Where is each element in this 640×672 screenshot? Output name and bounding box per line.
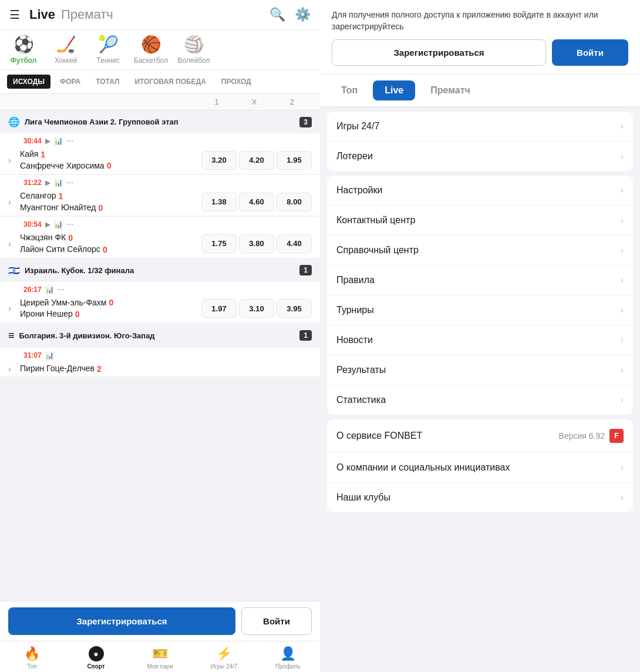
chevron-zhejian[interactable]: › — [8, 239, 20, 248]
sport-item-tennis[interactable]: 🎾 Теннис — [92, 35, 124, 65]
volleyball-label: Волейбол — [177, 56, 210, 65]
chevron-settings: › — [621, 185, 624, 196]
filter-icon[interactable]: ⚙️ — [295, 7, 311, 22]
match-odds-selangor: 1.38 4.60 8.00 — [201, 193, 312, 211]
sport-item-football[interactable]: ⚽ Футбол — [7, 35, 40, 65]
hamburger-icon[interactable]: ☰ — [9, 8, 20, 22]
nav-item-sport[interactable]: ● Спорт — [64, 646, 128, 670]
odd-1-kaya[interactable]: 3.20 — [201, 151, 237, 170]
odd-2-zhejian[interactable]: 4.40 — [277, 234, 312, 253]
odd-x-kaya[interactable]: 4.20 — [239, 151, 274, 170]
header-title: Live Прематч — [29, 7, 270, 22]
odd-2-israel[interactable]: 3.95 — [277, 299, 312, 318]
menu-item-label-results: Результаты — [336, 365, 621, 375]
header-live-label: Live — [29, 7, 55, 22]
team-name-zhejian: Чжэцзян ФК — [20, 232, 66, 244]
menu-item-version: Версия 6.92 — [559, 431, 605, 441]
menu-section-mid: Настройки › Контактный центр › Справочны… — [327, 176, 633, 415]
odd-x-zhejian[interactable]: 3.80 — [239, 234, 274, 253]
sport-item-basketball[interactable]: 🏀 Баскетбол — [134, 35, 168, 65]
match-time-1: 30:44 — [23, 137, 42, 145]
header: ☰ Live Прематч 🔍 ⚙️ — [0, 0, 320, 30]
odd-1-zhejian[interactable]: 1.75 — [201, 234, 237, 253]
hockey-icon: 🏒 — [56, 35, 76, 54]
right-tab-top[interactable]: Топ — [329, 80, 369, 100]
chevron-news: › — [621, 335, 624, 345]
video-icon-1: ▶ — [45, 137, 50, 145]
chevron-lotteries: › — [621, 151, 624, 162]
filter-tab-total[interactable]: ТОТАЛ — [90, 75, 125, 89]
menu-item-label-statistics: Статистика — [336, 395, 621, 405]
odd-x-israel[interactable]: 3.10 — [239, 299, 274, 318]
nav-label-myparis: Мои пари — [147, 663, 173, 670]
match-teams-selangor: Селангор 1 Муангтонг Юнайтед 0 — [20, 190, 201, 213]
more-icon-3: ⋯ — [66, 220, 73, 229]
menu-item-rules[interactable]: Правила › — [327, 266, 633, 295]
menu-item-help[interactable]: Справочный центр › — [327, 236, 633, 266]
col-2: 2 — [273, 98, 311, 106]
nav-label-sport: Спорт — [87, 663, 105, 670]
login-button[interactable]: Войти — [241, 607, 312, 635]
filter-tab-iskhody[interactable]: ИСХОДЫ — [7, 75, 50, 89]
chevron-kaya[interactable]: › — [8, 156, 20, 165]
sport-item-volleyball[interactable]: 🏐 Волейбол — [177, 35, 210, 65]
team-score-tseirey: 0 — [109, 298, 113, 307]
chevron-rules: › — [621, 275, 624, 285]
nav-item-profile[interactable]: 👤 Профиль — [256, 646, 320, 670]
banner-login-button[interactable]: Войти — [552, 39, 628, 66]
odd-x-selangor[interactable]: 4.60 — [239, 193, 274, 211]
nav-item-myparis[interactable]: 🎫 Мои пари — [128, 646, 192, 670]
odd-1-israel[interactable]: 1.97 — [201, 299, 237, 318]
odd-1-selangor[interactable]: 1.38 — [201, 193, 237, 211]
search-icon[interactable]: 🔍 — [270, 7, 285, 22]
right-tab-live[interactable]: Live — [373, 80, 415, 100]
basketball-icon: 🏀 — [141, 35, 161, 54]
menu-item-games247[interactable]: Игры 24/7 › — [327, 112, 633, 142]
nav-icon-games247: ⚡ — [216, 646, 232, 661]
menu-item-label-rules: Правила — [336, 275, 621, 285]
team-score-kaya: 1 — [41, 150, 45, 159]
banner-register-button[interactable]: Зарегистрироваться — [332, 39, 546, 66]
league-header-israel: 🇮🇱 Израиль. Кубок. 1/32 финала 1 — [0, 259, 320, 282]
menu-item-company[interactable]: О компании и социальных инициативах › — [327, 453, 633, 483]
chevron-israel[interactable]: › — [8, 304, 20, 313]
menu-item-lotteries[interactable]: Лотереи › — [327, 142, 633, 171]
menu-item-news[interactable]: Новости › — [327, 325, 633, 355]
menu-item-settings[interactable]: Настройки › — [327, 176, 633, 206]
chevron-company: › — [621, 462, 624, 473]
menu-item-contact[interactable]: Контактный центр › — [327, 206, 633, 236]
filter-tab-prokhod[interactable]: ПРОХОД — [215, 75, 257, 89]
matches-list: 🌐 Лига Чемпионов Азии 2. Групповой этап … — [0, 110, 320, 601]
match-time-row-israel: 26:17 📊 ⋯ — [0, 282, 320, 295]
sport-item-hockey[interactable]: 🏒 Хоккей — [49, 35, 82, 65]
filter-tab-itogovaya[interactable]: ИТОГОВАЯ ПОБЕДА — [129, 75, 211, 89]
right-tab-prematch[interactable]: Прематч — [419, 80, 482, 100]
match-group-zhejian: 30:54 ▶ 📊 ⋯ › Чжэцзян ФК 0 Лайон Сити Се… — [0, 217, 320, 257]
league-header-asia: 🌐 Лига Чемпионов Азии 2. Групповой этап … — [0, 110, 320, 133]
nav-icon-profile: 👤 — [280, 646, 296, 661]
menu-item-tournaments[interactable]: Турниры › — [327, 295, 633, 325]
match-group-israel: 26:17 📊 ⋯ › Цеирей Умм-эль-Фахм 0 Ирони … — [0, 282, 320, 322]
filter-tab-fora[interactable]: ФОРА — [54, 75, 86, 89]
match-time-israel: 26:17 — [23, 285, 42, 294]
chevron-contact: › — [621, 215, 624, 226]
menu-item-results[interactable]: Результаты › — [327, 355, 633, 385]
bottom-nav: 🔥 Топ ● Спорт 🎫 Мои пари ⚡ Игры 24/7 👤 П… — [0, 641, 320, 672]
menu-item-about-fonbet[interactable]: О сервисе FONBET Версия 6.92 F — [327, 419, 633, 453]
stats-icon-bulgaria: 📊 — [45, 351, 54, 359]
match-row-israel: › Цеирей Умм-эль-Фахм 0 Ирони Нешер 0 1.… — [0, 295, 320, 322]
register-button[interactable]: Зарегистрироваться — [8, 607, 235, 635]
menu-item-statistics[interactable]: Статистика › — [327, 385, 633, 415]
nav-item-top[interactable]: 🔥 Топ — [0, 646, 64, 670]
nav-item-games247[interactable]: ⚡ Игры 24/7 — [192, 646, 256, 670]
match-time-2: 31:22 — [23, 179, 42, 187]
match-time-row-1: 30:44 ▶ 📊 ⋯ — [0, 133, 320, 146]
odd-2-kaya[interactable]: 1.95 — [277, 151, 312, 170]
chevron-selangor[interactable]: › — [8, 197, 20, 207]
odd-2-selangor[interactable]: 8.00 — [277, 193, 312, 211]
nav-icon-top: 🔥 — [24, 646, 40, 661]
sports-nav: ⚽ Футбол 🏒 Хоккей 🎾 Теннис 🏀 Баскетбол 🏐… — [0, 30, 320, 70]
match-group-kaya: 30:44 ▶ 📊 ⋯ › Кайя 1 Санфречче Хиросима … — [0, 133, 320, 174]
chevron-bulgaria[interactable]: › — [8, 364, 20, 374]
menu-item-clubs[interactable]: Наши клубы › — [327, 483, 633, 512]
